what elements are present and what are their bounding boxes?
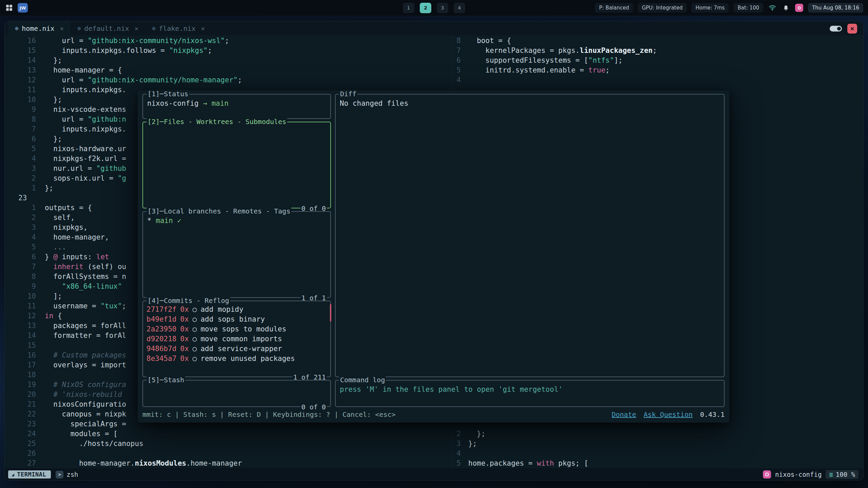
code-line: 4: [453, 449, 863, 459]
terminal-window: ❄home.nix×❄default.nix×❄flake.nix× × 16 …: [4, 21, 864, 481]
line-number: 9: [5, 105, 40, 115]
code-text: nur.url = "github: [40, 164, 126, 174]
link-ask-question[interactable]: Ask Question: [644, 410, 693, 419]
commit-row[interactable]: b49ef1d0x○add sops binary: [146, 314, 327, 324]
code-text: username = "tux";: [40, 301, 126, 311]
lazygit-branches-panel[interactable]: [3]─Local branches - Remotes - Tags * ma…: [142, 211, 331, 298]
code-text: forAllSystems = n: [40, 272, 126, 282]
line-number: 24: [5, 429, 40, 439]
code-text: url = "github:nix-community/nixos-wsl";: [40, 36, 229, 46]
code-text: url = "github:nix-community/home-manager…: [40, 75, 242, 85]
current-branch: → main: [203, 99, 229, 107]
keybindings-text: mmit: c | Stash: s | Reset: D | Keybindi…: [142, 410, 396, 419]
workspace-1[interactable]: 1: [403, 3, 414, 13]
mode-label: TERMINAL: [17, 471, 46, 478]
commit-author: 0x: [180, 324, 189, 334]
line-number: 1: [5, 183, 40, 193]
commit-hash: 9486b7d: [146, 344, 177, 354]
lazygit-command-log-panel[interactable]: Command log press 'M' in the files panel…: [335, 380, 725, 407]
code-text: "x86_64-linux": [40, 282, 122, 291]
status-item: Home: 7ms: [691, 3, 729, 13]
tab-default.nix[interactable]: ❄default.nix×: [71, 21, 145, 36]
lazygit-status-panel[interactable]: [1]─Status nixos-config → main: [142, 94, 331, 119]
logo-badge[interactable]: JW: [18, 3, 28, 13]
screen-record-icon[interactable]: [795, 4, 803, 12]
code-text: [461, 75, 468, 85]
tab-close-icon[interactable]: ×: [60, 25, 64, 32]
line-number: 8: [5, 115, 40, 124]
link-donate[interactable]: Donate: [612, 410, 636, 419]
code-text: };: [40, 134, 62, 144]
workspace-3[interactable]: 3: [437, 3, 448, 13]
tab-close-icon[interactable]: ×: [201, 25, 205, 32]
commit-message: add service-wrapper: [200, 344, 282, 354]
lazygit-files-panel[interactable]: [2]─Files - Worktrees - Submodules 0 of …: [142, 122, 331, 208]
commit-graph-node: ○: [193, 305, 197, 314]
mode-icon: ◢: [12, 472, 14, 477]
line-number: 14: [5, 331, 40, 341]
lazygit-commits-panel[interactable]: [4]─Commits - Reflog 2717f2f0x○add mopid…: [142, 301, 331, 377]
workspace-4[interactable]: 4: [454, 3, 465, 13]
window-close-button[interactable]: ×: [847, 24, 857, 34]
commit-row[interactable]: 8e345a70x○remove unused packages: [146, 354, 327, 364]
commit-author: 0x: [180, 344, 189, 354]
line-number: 7: [5, 262, 40, 272]
line-number: 7: [453, 46, 461, 56]
code-line: 13 home-manager = {: [5, 65, 452, 75]
code-text: nix-vscode-extens: [40, 105, 126, 115]
window-toggle-icon[interactable]: [830, 26, 842, 32]
commit-row[interactable]: 9486b7d0x○add service-wrapper: [146, 344, 327, 354]
commit-row[interactable]: d9202180x○move common imports: [146, 334, 327, 344]
line-number: 20: [5, 390, 40, 400]
code-line: 25 ./hosts/canopus: [5, 439, 452, 449]
code-text: };: [461, 439, 477, 449]
code-text: sops-nix.url = "g: [40, 174, 126, 183]
commit-row[interactable]: 2717f2f0x○add mopidy: [146, 305, 327, 314]
line-number: 15: [5, 46, 40, 56]
lazygit-stash-panel[interactable]: [5]─Stash 0 of 0: [142, 380, 331, 407]
code-text: ];: [40, 291, 62, 301]
code-text: };: [461, 429, 486, 439]
code-text: supportedFilesystems = ["ntfs"];: [461, 56, 623, 65]
code-line: 14 };: [5, 56, 452, 65]
workspace-2[interactable]: 2: [420, 3, 431, 13]
code-text: [40, 370, 45, 380]
topbar-right: P: BalancedGPU: IntegratedHome: 7msBat: …: [465, 3, 863, 13]
topbar-left: JW: [5, 3, 403, 13]
tab-flake.nix[interactable]: ❄flake.nix×: [145, 21, 212, 36]
code-line: 6 supportedFilesystems = ["ntfs"];: [453, 56, 863, 65]
code-text: outputs = {: [40, 203, 92, 213]
repo-name: nixos-config: [147, 99, 203, 107]
lazygit-diff-panel[interactable]: Diff No changed files: [335, 94, 725, 377]
code-text: home-manager,: [40, 232, 109, 242]
list-icon: ≡: [829, 471, 833, 478]
commits-scrollbar[interactable]: [330, 304, 331, 322]
line-number: 23: [5, 419, 40, 429]
branch-marker: *: [147, 217, 156, 225]
wifi-icon[interactable]: [768, 3, 777, 12]
commit-author: 0x: [180, 354, 189, 364]
code-text: nixpkgs-f2k.url =: [40, 154, 126, 164]
code-text: formatter = forAl: [40, 331, 126, 341]
prompt-icon: >: [56, 471, 63, 479]
line-number: 9: [5, 282, 40, 291]
commit-graph-node: ○: [193, 334, 197, 344]
editor-tabs: ❄home.nix×❄default.nix×❄flake.nix×: [8, 21, 212, 36]
commit-row[interactable]: 2a239500x○move sops to modules: [146, 324, 327, 334]
lazygit-popup: [1]─Status nixos-config → main [2]─Files…: [138, 90, 729, 423]
clock[interactable]: Thu Aug 08, 18:16: [808, 3, 863, 13]
tab-close-icon[interactable]: ×: [135, 25, 138, 32]
app-launcher-icon[interactable]: [5, 3, 14, 12]
line-number: 27: [5, 459, 40, 468]
code-text: in {: [40, 311, 62, 321]
code-text: [40, 449, 45, 459]
code-text: nixosConfiguratio: [40, 400, 126, 409]
tab-home.nix[interactable]: ❄home.nix×: [8, 21, 71, 36]
code-line: 12 url = "github:nix-community/home-mana…: [5, 75, 452, 85]
commit-graph-node: ○: [193, 354, 197, 364]
status-item: P: Balanced: [595, 3, 633, 13]
shell-tab[interactable]: > zsh: [56, 471, 78, 479]
line-number: 6: [5, 134, 40, 144]
notifications-icon[interactable]: [782, 3, 790, 12]
system-status-items: P: BalancedGPU: IntegratedHome: 7msBat: …: [595, 3, 763, 13]
